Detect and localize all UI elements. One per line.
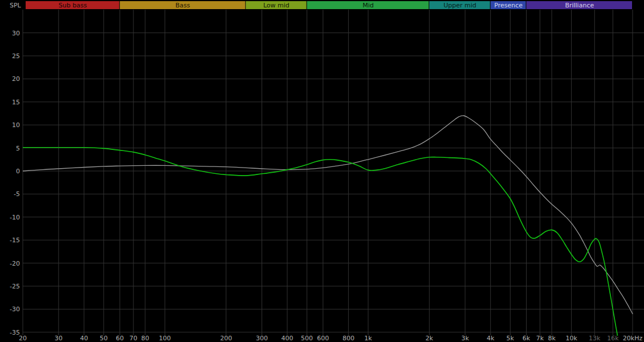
y-tick-label: 5: [16, 145, 20, 152]
y-tick-label: 10: [12, 121, 20, 129]
y-tick-label: 25: [12, 52, 20, 60]
y-axis-labels: 302520151050-5-10-15-20-25-30-35: [10, 30, 20, 336]
x-tick-label: 2k: [426, 335, 434, 342]
band-label-bass: Bass: [176, 2, 190, 9]
band-label-brilliance: Brilliance: [565, 2, 594, 9]
x-tick-label: 8k: [548, 335, 556, 342]
curve-reference-response: [23, 116, 633, 314]
y-tick-label: 0: [16, 168, 20, 175]
x-tick-label: 10k: [565, 335, 577, 342]
curve-eq-response: [23, 148, 619, 342]
x-axis-labels: 203040506070801002003004005006008001k2k3…: [19, 335, 642, 342]
spl-axis-label: SPL: [10, 2, 22, 9]
x-tick-label: 600: [317, 335, 329, 342]
y-tick-label: 20: [12, 75, 20, 83]
frequency-response-chart: Sub bassBassLow midMidUpper midPresenceB…: [0, 0, 644, 342]
x-tick-label: 5k: [507, 335, 515, 342]
y-tick-label: -25: [10, 283, 20, 290]
x-tick-label: 300: [256, 335, 268, 342]
frequency-bands-bar: Sub bassBassLow midMidUpper midPresenceB…: [26, 1, 632, 9]
band-label-low-mid: Low mid: [263, 2, 290, 9]
y-tick-label: -20: [10, 260, 20, 267]
x-tick-label: 50: [100, 335, 108, 342]
frequency-response-panel: Sub bassBassLow midMidUpper midPresenceB…: [0, 0, 644, 342]
band-label-mid: Mid: [362, 2, 374, 9]
x-tick-label: 3k: [461, 335, 469, 342]
x-tick-label: 13k: [589, 335, 601, 342]
y-tick-label: -5: [14, 190, 20, 198]
y-tick-label: -15: [10, 237, 20, 244]
curves: [23, 116, 633, 342]
y-tick-label: 30: [12, 30, 20, 37]
x-tick-label: 60: [116, 335, 124, 342]
x-tick-label: 80: [141, 335, 149, 342]
x-tick-label: 70: [129, 335, 137, 342]
x-tick-label: 100: [159, 335, 171, 342]
x-tick-label: 20: [19, 335, 27, 342]
x-tick-label: 1k: [364, 335, 372, 342]
band-label-sub-bass: Sub bass: [59, 2, 87, 9]
x-tick-label: 800: [343, 335, 354, 342]
x-tick-label: 40: [80, 335, 88, 342]
band-label-upper-mid: Upper mid: [443, 2, 476, 9]
grid-lines: [23, 10, 644, 335]
x-tick-label: 6k: [523, 335, 531, 342]
x-tick-label: 500: [301, 335, 313, 342]
x-tick-label: 400: [282, 335, 294, 342]
x-tick-label: 7k: [536, 335, 544, 342]
x-tick-label: 20kHz: [623, 335, 643, 342]
y-tick-label: 15: [12, 99, 20, 106]
x-tick-label: 200: [220, 335, 232, 342]
y-tick-label: -30: [10, 306, 20, 313]
y-tick-label: -10: [10, 214, 20, 221]
band-label-presence: Presence: [494, 2, 523, 9]
x-tick-label: 4k: [487, 335, 495, 342]
x-tick-label: 30: [55, 335, 63, 342]
